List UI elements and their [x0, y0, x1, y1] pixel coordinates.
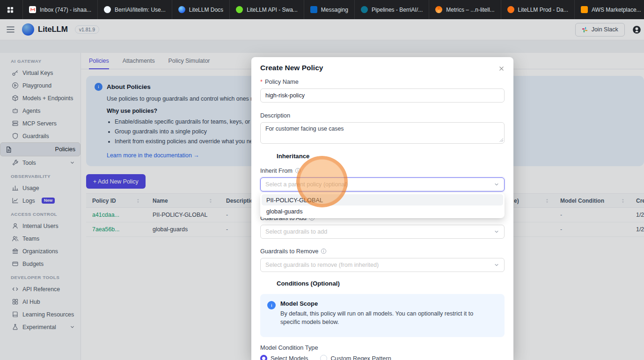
select-placeholder: Select guardrails to remove (from inheri… — [265, 262, 379, 268]
dropdown-option-pii-policy-global[interactable]: PII-POLICY-GLOBAL — [262, 194, 503, 206]
model-condition-type-label: Model Condition Type — [260, 344, 505, 351]
select-placeholder: Select guardrails to add — [265, 228, 327, 235]
select-placeholder: Select a parent policy (optional) — [265, 181, 348, 188]
browser-tab-litellm-docs[interactable]: LiteLLM Docs — [172, 0, 229, 19]
browser-tab-inbox[interactable]: Inbox (747) - ishaa... — [22, 0, 97, 19]
browser-tab-aws[interactable]: AWS Marketplace... — [574, 0, 644, 19]
radio-selected-icon — [260, 355, 267, 360]
browser-tab-swagger[interactable]: LiteLLM API - Swa... — [229, 0, 304, 19]
radio-unselected-icon — [320, 355, 327, 360]
create-policy-modal: Create New Policy * Policy Name Descript… — [251, 57, 513, 360]
model-scope-title: Model Scope — [280, 300, 489, 307]
browser-tab-label: Inbox (747) - ishaa... — [40, 7, 91, 13]
browser-tab-messaging[interactable]: Messaging — [304, 0, 354, 19]
conditions-section-header: Conditions (Optional) — [277, 280, 505, 288]
tab-grid-icon[interactable] — [4, 3, 17, 16]
dashboard-favicon — [507, 6, 514, 13]
browser-tab-label: Messaging — [321, 7, 348, 13]
info-circle-icon[interactable] — [295, 168, 301, 174]
browser-tab-litellm-prod[interactable]: LiteLLM Prod - Da... — [501, 0, 574, 19]
github-favicon — [104, 6, 111, 13]
browser-tab-github[interactable]: BerriAI/litellm: Use... — [97, 0, 172, 19]
browser-tab-label: LiteLLM API - Swa... — [247, 7, 298, 13]
policy-name-input[interactable] — [260, 88, 505, 103]
chevron-down-icon — [494, 229, 499, 235]
browser-tab-label: AWS Marketplace... — [592, 7, 641, 13]
aws-favicon — [581, 6, 588, 13]
model-scope-panel: Model Scope By default, this policy will… — [260, 294, 505, 337]
guardrails-remove-select[interactable]: Select guardrails to remove (from inheri… — [260, 258, 505, 272]
pipelines-favicon — [361, 6, 368, 13]
info-icon — [267, 301, 276, 309]
description-textarea[interactable]: For customer facing use cases — [260, 122, 505, 144]
radio-custom-regex[interactable]: Custom Regex Pattern — [320, 355, 391, 360]
radio-select-models[interactable]: Select Models — [260, 355, 308, 360]
inherit-from-select[interactable]: Select a parent policy (optional) — [260, 177, 505, 191]
inheritance-section-header: Inheritance — [277, 153, 505, 161]
swagger-favicon — [236, 6, 243, 13]
browser-tab-label: BerriAI/litellm: Use... — [115, 7, 166, 13]
browser-tab-label: Pipelines - BerriAI/... — [372, 7, 423, 13]
gmail-favicon — [29, 6, 36, 13]
guardrails-add-select[interactable]: Select guardrails to add — [260, 225, 505, 239]
dropdown-option-global-guards[interactable]: global-guards — [262, 206, 503, 217]
inherit-from-dropdown: PII-POLICY-GLOBAL global-guards — [260, 193, 505, 218]
browser-tab-metrics[interactable]: Metrics – ...n-litell... — [429, 0, 500, 19]
chevron-down-icon — [494, 262, 499, 268]
description-field-wrap: For customer facing use cases — [260, 122, 505, 144]
browser-tab-pipelines[interactable]: Pipelines - BerriAI/... — [354, 0, 429, 19]
browser-tab-label: LiteLLM Prod - Da... — [518, 7, 568, 13]
grafana-favicon — [435, 6, 442, 13]
close-icon[interactable] — [496, 63, 506, 73]
description-label: Description — [260, 111, 505, 119]
modal-title: Create New Policy — [260, 63, 505, 72]
litellm-favicon — [178, 6, 185, 13]
model-scope-body: By default, this policy will run on all … — [280, 310, 489, 326]
browser-tab-label: LiteLLM Docs — [189, 7, 223, 13]
info-circle-icon[interactable] — [321, 248, 327, 254]
model-condition-type-options: Select Models Custom Regex Pattern — [260, 355, 505, 360]
browser-tab-bar: Inbox (747) - ishaa... BerriAI/litellm: … — [0, 0, 644, 19]
linkedin-favicon — [310, 6, 317, 13]
chevron-down-icon — [494, 182, 499, 187]
browser-tab-label: Metrics – ...n-litell... — [446, 7, 494, 13]
guardrails-remove-label: Guardrails to Remove — [260, 247, 505, 255]
required-mark: * — [260, 78, 263, 85]
policy-name-label: * Policy Name — [260, 78, 505, 85]
inherit-from-label: Inherit From — [260, 167, 505, 174]
